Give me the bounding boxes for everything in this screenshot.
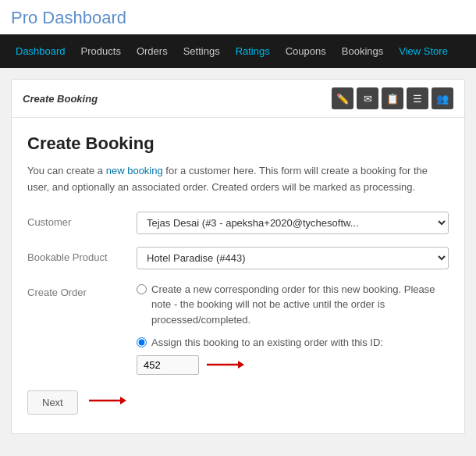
radio-new-order[interactable]: Create a new corresponding order for thi… bbox=[137, 282, 449, 328]
nav-orders[interactable]: Orders bbox=[129, 34, 176, 68]
order-id-input[interactable] bbox=[137, 355, 199, 375]
create-order-control: Create a new corresponding order for thi… bbox=[137, 282, 449, 375]
create-order-row: Create Order Create a new corresponding … bbox=[27, 282, 449, 375]
new-booking-link[interactable]: new booking bbox=[106, 165, 163, 176]
customer-control: Tejas Desai (#3 - apeksha+2020@tychesoft… bbox=[137, 212, 449, 234]
customer-row: Customer Tejas Desai (#3 - apeksha+2020@… bbox=[27, 212, 449, 234]
radio-existing-order-text: Assign this booking to an existing order… bbox=[151, 335, 383, 351]
group-icon-btn[interactable]: 👥 bbox=[432, 87, 453, 109]
bookable-product-select[interactable]: Hotel Paradise (#443) bbox=[137, 247, 449, 269]
bookable-product-row: Bookable Product Hotel Paradise (#443) bbox=[27, 247, 449, 269]
svg-marker-3 bbox=[120, 397, 126, 404]
nav-coupons[interactable]: Coupons bbox=[278, 34, 334, 68]
card-header-icons: ✏️ ✉ 📋 ☰ 👥 bbox=[332, 87, 453, 109]
svg-marker-1 bbox=[238, 361, 244, 369]
red-arrow-icon bbox=[205, 358, 244, 371]
edit-icon-btn[interactable]: ✏️ bbox=[332, 87, 353, 109]
nav-dashboard[interactable]: Dashboard bbox=[8, 34, 73, 68]
intro-text: You can create a new booking for a custo… bbox=[27, 163, 449, 196]
customer-label: Customer bbox=[27, 212, 137, 228]
arrow-indicator bbox=[205, 358, 244, 371]
list-icon-btn[interactable]: ☰ bbox=[407, 87, 428, 109]
radio-group: Create a new corresponding order for thi… bbox=[137, 282, 449, 375]
email-icon-btn[interactable]: ✉ bbox=[357, 87, 378, 109]
radio-existing-order[interactable]: Assign this booking to an existing order… bbox=[137, 335, 449, 351]
card-header-title: Create Booking bbox=[23, 93, 98, 105]
site-title: Pro Dashboard bbox=[0, 0, 476, 34]
radio-new-order-text: Create a new corresponding order for thi… bbox=[151, 282, 449, 328]
radio-existing-order-input[interactable] bbox=[137, 337, 147, 347]
nav-products[interactable]: Products bbox=[73, 34, 129, 68]
card-header: Create Booking ✏️ ✉ 📋 ☰ 👥 bbox=[12, 80, 464, 118]
card-body: Create Booking You can create a new book… bbox=[12, 118, 464, 433]
order-id-row bbox=[137, 355, 449, 375]
nav-settings[interactable]: Settings bbox=[176, 34, 228, 68]
nav-view-store[interactable]: View Store bbox=[391, 34, 456, 68]
bookable-product-label: Bookable Product bbox=[27, 247, 137, 263]
create-booking-card: Create Booking ✏️ ✉ 📋 ☰ 👥 Create Booking… bbox=[11, 79, 465, 434]
radio-existing-order-container: Assign this booking to an existing order… bbox=[137, 335, 449, 375]
main-nav: Dashboard Products Orders Settings Ratin… bbox=[0, 34, 476, 68]
next-arrow-icon bbox=[87, 394, 126, 410]
create-order-label: Create Order bbox=[27, 282, 137, 298]
bookable-product-control: Hotel Paradise (#443) bbox=[137, 247, 449, 269]
nav-bookings[interactable]: Bookings bbox=[334, 34, 391, 68]
radio-new-order-input[interactable] bbox=[137, 284, 147, 294]
page-title: Create Booking bbox=[27, 134, 449, 154]
customer-select[interactable]: Tejas Desai (#3 - apeksha+2020@tychesoft… bbox=[137, 212, 449, 234]
calendar-icon-btn[interactable]: 📋 bbox=[382, 87, 403, 109]
next-button[interactable]: Next bbox=[27, 390, 78, 415]
next-row: Next bbox=[27, 390, 449, 415]
nav-ratings[interactable]: Ratings bbox=[228, 34, 278, 68]
